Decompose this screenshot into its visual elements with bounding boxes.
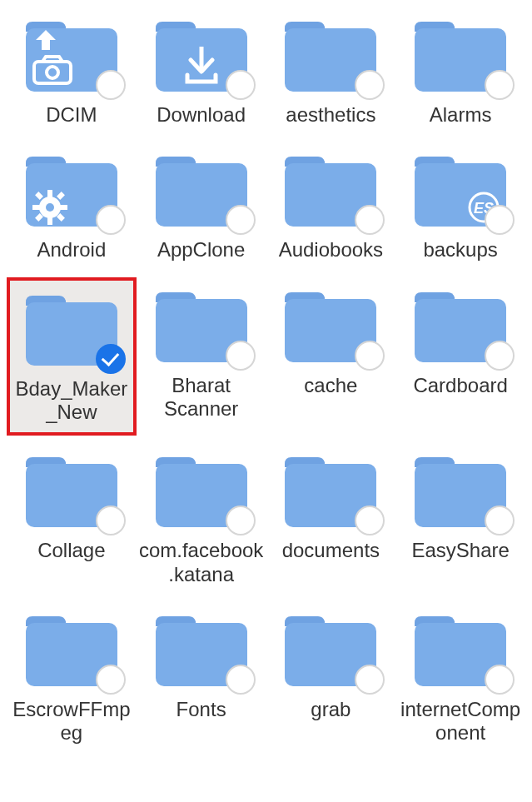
selection-circle[interactable] xyxy=(226,70,256,100)
selection-circle[interactable] xyxy=(355,205,385,235)
svg-rect-1 xyxy=(34,62,71,83)
folder-icon xyxy=(411,608,510,690)
folder-label: Collage xyxy=(37,539,105,562)
folder-label: DCIM xyxy=(46,103,97,127)
folder-icon xyxy=(281,148,380,230)
selection-circle[interactable] xyxy=(485,205,515,235)
folder-icon: ES xyxy=(411,148,510,230)
folder-item-bharat-scanner[interactable]: Bharat Scanner xyxy=(137,277,266,436)
selection-circle[interactable] xyxy=(485,506,515,535)
folder-icon xyxy=(22,449,121,531)
svg-rect-10 xyxy=(47,190,52,197)
folder-item-fonts[interactable]: Fonts xyxy=(137,601,266,754)
folder-label: Cardboard xyxy=(413,374,507,397)
folder-label: Audiobooks xyxy=(279,238,383,262)
svg-rect-16 xyxy=(57,192,65,200)
svg-rect-12 xyxy=(32,205,40,210)
folder-icon xyxy=(281,449,380,531)
folder-icon xyxy=(22,13,121,95)
folder-label: Fonts xyxy=(177,698,226,721)
folder-item-com-facebook-katana[interactable]: com.facebook.katana xyxy=(137,442,266,595)
folder-item-bday-maker-new[interactable]: Bday_Maker_New xyxy=(7,277,137,436)
svg-rect-11 xyxy=(47,217,52,225)
folder-icon xyxy=(152,148,251,230)
folder-icon xyxy=(411,284,510,366)
folder-label: EscrowFFmpeg xyxy=(9,698,134,745)
selection-circle[interactable] xyxy=(226,205,256,235)
selection-circle[interactable] xyxy=(485,341,515,371)
folder-item-collage[interactable]: Collage xyxy=(7,442,137,595)
folder-icon xyxy=(411,449,510,531)
selection-circle[interactable] xyxy=(96,506,126,535)
selection-circle[interactable] xyxy=(355,70,385,100)
folder-icon xyxy=(22,608,121,690)
svg-rect-14 xyxy=(35,192,43,200)
folder-label: EasyShare xyxy=(411,539,509,562)
checkmark-icon[interactable] xyxy=(96,344,126,374)
folder-label: documents xyxy=(282,539,380,562)
folder-label: cache xyxy=(304,374,357,397)
folder-item-backups[interactable]: ES backups xyxy=(395,142,525,270)
folder-icon xyxy=(281,284,380,366)
selection-circle[interactable] xyxy=(485,70,515,100)
folder-icon xyxy=(152,284,251,366)
selection-circle[interactable] xyxy=(226,341,256,371)
folder-item-internetcomponent[interactable]: internetComponent xyxy=(395,601,525,754)
folder-label: com.facebook.katana xyxy=(139,539,264,586)
folder-item-escrowffmpeg[interactable]: EscrowFFmpeg xyxy=(7,601,137,754)
folder-item-cardboard[interactable]: Cardboard xyxy=(395,277,525,436)
folder-item-alarms[interactable]: Alarms xyxy=(395,7,525,135)
selection-circle[interactable] xyxy=(355,665,385,695)
folder-icon xyxy=(152,449,251,531)
selection-circle[interactable] xyxy=(96,205,126,235)
folder-item-cache[interactable]: cache xyxy=(266,277,396,436)
folder-label: AppClone xyxy=(157,238,245,262)
folder-item-dcim[interactable]: DCIM xyxy=(7,7,137,135)
selection-circle[interactable] xyxy=(485,665,515,695)
selection-circle[interactable] xyxy=(226,506,256,535)
folder-icon xyxy=(411,13,510,95)
folder-item-aesthetics[interactable]: aesthetics xyxy=(266,7,396,135)
folder-icon xyxy=(22,148,121,230)
svg-point-9 xyxy=(46,203,54,212)
folder-item-documents[interactable]: documents xyxy=(266,442,396,595)
folder-icon xyxy=(281,608,380,690)
folder-item-android[interactable]: Android xyxy=(7,142,137,270)
folder-icon xyxy=(152,13,251,95)
folder-grid: DCIM Download aesthetics Alarms Android xyxy=(7,7,525,754)
selection-circle[interactable] xyxy=(226,665,256,695)
folder-item-audiobooks[interactable]: Audiobooks xyxy=(266,142,396,270)
selection-circle[interactable] xyxy=(96,665,126,695)
folder-icon xyxy=(152,608,251,690)
folder-label: Bday_Maker_New xyxy=(12,377,132,425)
svg-point-2 xyxy=(47,67,58,78)
folder-label: Bharat Scanner xyxy=(139,374,264,421)
folder-label: grab xyxy=(311,698,351,721)
selection-circle[interactable] xyxy=(96,70,126,100)
folder-label: Android xyxy=(37,238,107,262)
folder-label: aesthetics xyxy=(286,103,375,127)
selection-circle[interactable] xyxy=(355,506,385,535)
folder-item-appclone[interactable]: AppClone xyxy=(137,142,266,270)
folder-icon xyxy=(22,287,121,369)
folder-item-grab[interactable]: grab xyxy=(266,601,396,754)
selection-circle[interactable] xyxy=(355,341,385,371)
folder-item-download[interactable]: Download xyxy=(137,7,266,135)
svg-rect-13 xyxy=(60,205,67,210)
folder-item-easyshare[interactable]: EasyShare xyxy=(395,442,525,595)
folder-label: internetComponent xyxy=(398,698,523,745)
folder-icon xyxy=(281,13,380,95)
folder-label: Download xyxy=(157,103,246,127)
folder-label: Alarms xyxy=(430,103,492,127)
folder-label: backups xyxy=(423,238,497,262)
